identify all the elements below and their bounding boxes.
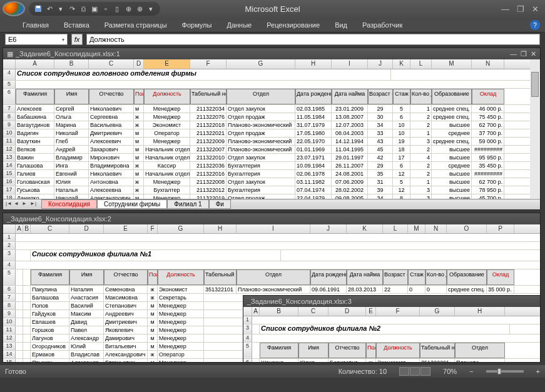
cell[interactable]: ж [148, 286, 158, 293]
column-header-cell[interactable]: Дата рождения [310, 269, 347, 285]
cell[interactable]: Дмитриевич [89, 129, 134, 137]
cell[interactable]: Огородников [31, 343, 69, 350]
cell[interactable]: Пакулина [31, 286, 69, 293]
column-header[interactable]: H [295, 59, 332, 69]
cell[interactable]: 13.08.2007 [332, 113, 368, 121]
cell[interactable]: м [148, 318, 158, 326]
cell[interactable]: 1 [410, 105, 432, 113]
cell[interactable]: Экономист [376, 359, 420, 362]
row-header[interactable]: 7 [3, 294, 16, 301]
column-header[interactable]: E [366, 307, 376, 316]
view-layout-button[interactable] [410, 367, 420, 376]
cell[interactable]: 211322009 [190, 138, 227, 145]
cell[interactable] [23, 294, 31, 301]
new-icon[interactable]: ▫ [101, 4, 110, 13]
row-header[interactable]: 14 [3, 162, 16, 169]
cell[interactable]: Вагаутдинов [16, 121, 54, 129]
cell[interactable]: м [148, 334, 158, 342]
cell[interactable]: Голованская [16, 178, 54, 186]
cell[interactable]: ж [134, 121, 144, 129]
cell[interactable]: Владислав [69, 351, 104, 358]
cell[interactable]: 31.07.1979 [295, 121, 332, 129]
help-icon[interactable]: ? [530, 20, 540, 30]
column-header-cell[interactable]: Образование [432, 89, 472, 104]
office-button[interactable] [3, 1, 25, 16]
cell[interactable]: 22 [383, 286, 408, 293]
cell[interactable]: Ольга [54, 113, 89, 121]
sheet-tab[interactable]: Фи [209, 199, 231, 209]
cell[interactable]: м [134, 194, 144, 199]
cell[interactable]: Отдел продаж [227, 194, 295, 199]
row-header[interactable]: 10 [3, 129, 16, 137]
cell[interactable]: Отдел закупок [227, 178, 295, 186]
globe1-icon[interactable]: ⊕ [124, 4, 133, 13]
wb-min-button[interactable]: — [510, 50, 517, 58]
cell[interactable]: Менеджер [158, 326, 204, 334]
tab-last-button[interactable]: ►| [30, 201, 38, 208]
cell[interactable]: Попов [31, 302, 69, 309]
column-header-cell[interactable]: Фамилия [16, 89, 54, 104]
formula-input[interactable]: Должность [86, 34, 540, 45]
cell[interactable]: Юлия [298, 359, 329, 362]
cell[interactable]: Менеджер [158, 359, 204, 362]
cell[interactable]: 2 [410, 113, 432, 121]
cell[interactable]: ж [134, 113, 144, 121]
cell[interactable] [16, 302, 23, 309]
cell[interactable]: 31 [368, 178, 393, 186]
restore-button[interactable]: ❐ [517, 4, 524, 14]
row-header[interactable]: 10 [3, 318, 16, 326]
column-header-cell[interactable]: Кол-во детей [410, 89, 432, 104]
cell[interactable]: Кассир [144, 162, 190, 169]
cell[interactable]: Галиев [16, 170, 54, 178]
cell[interactable]: 4 [410, 154, 432, 161]
cell[interactable]: Начальник отдела [144, 146, 190, 153]
row-header[interactable]: 15 [3, 359, 16, 362]
column-header[interactable]: H [204, 224, 237, 233]
cell[interactable]: ж [134, 178, 144, 186]
row-header[interactable]: 6 [3, 89, 16, 104]
cell[interactable]: 01.01.1969 [295, 146, 332, 153]
cell[interactable]: 26.11.2007 [332, 162, 368, 169]
cell[interactable]: 1 [410, 129, 432, 137]
column-header-cell[interactable]: Дата найма [332, 89, 368, 104]
cell[interactable]: ж [148, 351, 158, 358]
cell[interactable]: 211322076 [190, 113, 227, 121]
cell[interactable]: 34 [368, 121, 393, 129]
cell[interactable]: Отдел продаж [227, 113, 295, 121]
column-header[interactable]: H [455, 307, 505, 316]
cell[interactable]: 211322010 [190, 154, 227, 161]
cell[interactable]: Витальевич [104, 343, 148, 350]
cell[interactable]: Василий [69, 302, 104, 309]
cell[interactable]: Менеджер [144, 113, 190, 121]
cell[interactable]: 29 [368, 105, 393, 113]
close-button[interactable]: ✕ [532, 4, 539, 14]
cell[interactable]: 75 450 р. [472, 113, 504, 121]
sheet-tab[interactable]: Консолидация [41, 199, 97, 209]
cell[interactable]: 3 [410, 138, 432, 145]
column-header-cell[interactable]: Образование [447, 269, 487, 285]
wb-restore-button[interactable]: ❐ [521, 50, 527, 58]
cell[interactable]: м [148, 310, 158, 318]
cell[interactable]: Секретарь [158, 294, 204, 301]
cell[interactable] [23, 310, 31, 318]
column-header-cell[interactable]: Кол-во детей [425, 269, 447, 285]
tab-first-button[interactable]: |◄ [6, 201, 13, 208]
tab-layout[interactable]: Разметка страницы [97, 19, 175, 31]
view-normal-button[interactable] [399, 367, 409, 376]
cell[interactable]: среднее спец. [432, 138, 472, 145]
cell[interactable]: Бабашкина [16, 113, 54, 121]
column-header-cell[interactable]: Отдел [455, 343, 505, 358]
cell[interactable]: Галашова [16, 162, 54, 169]
cell[interactable]: Семеновна [104, 286, 148, 293]
zoom-slider[interactable] [486, 370, 524, 373]
column-header[interactable]: G [420, 307, 455, 316]
column-header-cell[interactable]: Табельный номер [204, 269, 237, 285]
cell[interactable]: 34 [368, 194, 393, 199]
column-header[interactable]: L [410, 59, 432, 69]
cell[interactable]: 59 000 р. [472, 138, 504, 145]
cell[interactable]: 23.01.2009 [332, 105, 368, 113]
cell[interactable]: Менеджер [144, 105, 190, 113]
cell[interactable]: 02.06.1978 [295, 170, 332, 178]
cell[interactable]: 0 [408, 286, 425, 293]
cell[interactable]: Лагунов [31, 334, 69, 342]
